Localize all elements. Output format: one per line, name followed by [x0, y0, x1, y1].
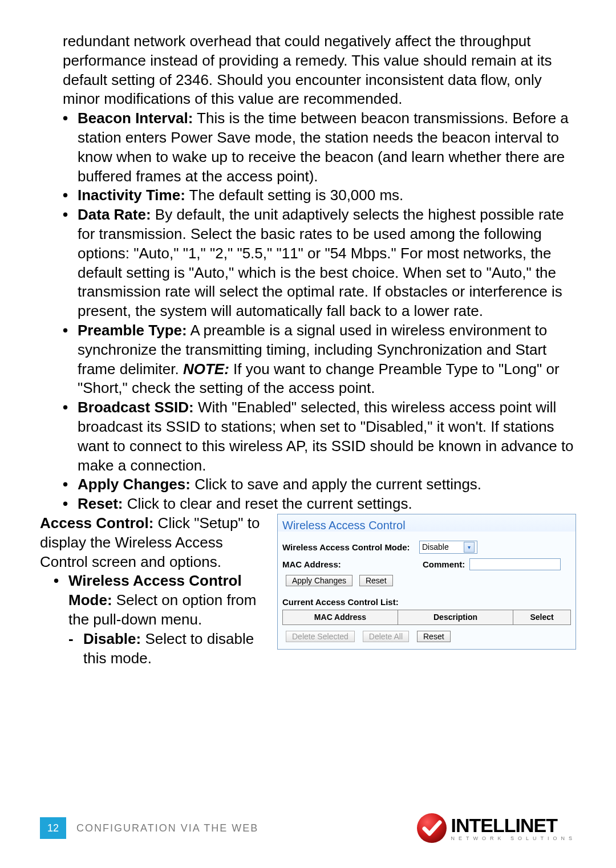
bullet-text: By default, the unit adaptively selects … — [78, 206, 564, 319]
access-control-label: Access Control: — [40, 514, 153, 532]
bullet-dot: • — [63, 321, 78, 398]
bullet-label: Broadcast SSID: — [78, 399, 194, 416]
bullet-preamble-type: • Preamble Type: A preamble is a signal … — [63, 321, 576, 398]
th-mac: MAC Address — [283, 610, 398, 624]
svg-point-0 — [417, 813, 447, 843]
comment-label: Comment: — [423, 559, 465, 570]
th-select: Select — [513, 610, 571, 624]
body-text: redundant network overhead that could ne… — [40, 32, 576, 668]
bullet-label: Data Rate: — [78, 206, 151, 223]
note-label: NOTE: — [183, 360, 229, 378]
mode-select-value: Disable — [422, 542, 449, 552]
th-desc: Description — [398, 610, 513, 624]
bullet-data-rate: • Data Rate: By default, the unit adapti… — [63, 205, 576, 321]
logo-name: INTELLINET — [451, 816, 576, 835]
bullet-beacon-interval: • Beacon Interval: This is the time betw… — [63, 109, 576, 186]
bullet-label: Inactivity Time: — [78, 186, 185, 204]
access-control-intro: Access Control: Click "Setup" to display… — [40, 514, 268, 571]
bullet-label: Beacon Interval: — [78, 109, 193, 127]
bullet-dot: • — [63, 398, 78, 475]
dash: - — [68, 630, 83, 668]
logo-tagline: NETWORK SOLUTIONS — [451, 836, 576, 841]
acl-table: MAC Address Description Select — [282, 610, 571, 624]
bullet-inactivity-time: • Inactivity Time: The default setting i… — [63, 186, 576, 205]
mode-select[interactable]: Disable ▾ — [419, 541, 477, 554]
page: redundant network overhead that could ne… — [0, 0, 616, 868]
bullet-label: Apply Changes: — [78, 476, 191, 493]
bullet-text: Click to clear and reset the current set… — [123, 495, 412, 512]
mode-label: Wireless Access Control Mode: — [282, 542, 419, 553]
delete-selected-button[interactable]: Delete Selected — [286, 631, 355, 642]
bullet-broadcast-ssid: • Broadcast SSID: With "Enabled" selecte… — [63, 398, 576, 475]
bullet-dot: • — [63, 205, 78, 321]
page-footer: 12 CONFIGURATION VIA THE WEB — [40, 811, 576, 845]
reset-list-button[interactable]: Reset — [417, 631, 451, 642]
apply-changes-button[interactable]: Apply Changes — [286, 575, 352, 586]
bullet-acl-mode: • Wireless Access Control Mode: Select o… — [54, 571, 268, 629]
chevron-down-icon[interactable]: ▾ — [464, 542, 475, 553]
footer-left: 12 CONFIGURATION VIA THE WEB — [40, 817, 258, 839]
logo-text: INTELLINET NETWORK SOLUTIONS — [451, 816, 576, 841]
delete-row: Delete Selected Delete All Reset — [286, 631, 571, 642]
footer-caption: CONFIGURATION VIA THE WEB — [76, 822, 258, 834]
bullet-dot: • — [63, 109, 78, 186]
mac-comment-row: MAC Address: Comment: — [282, 558, 571, 570]
page-number: 12 — [40, 817, 66, 839]
brand-logo: INTELLINET NETWORK SOLUTIONS — [416, 813, 576, 843]
wireless-access-control-panel: Wireless Access Control Wireless Access … — [277, 514, 576, 650]
access-control-section: Access Control: Click "Setup" to display… — [40, 514, 576, 668]
bullet-dot: • — [63, 494, 78, 514]
mac-label: MAC Address: — [282, 559, 345, 570]
bullet-apply-changes: • Apply Changes: Click to save and apply… — [63, 475, 576, 494]
para-continuation: redundant network overhead that could ne… — [63, 32, 576, 109]
dash-label: Disable: — [83, 630, 141, 647]
comment-input[interactable] — [469, 558, 561, 570]
panel-title: Wireless Access Control — [278, 514, 576, 541]
bullet-reset: • Reset: Click to clear and reset the cu… — [63, 494, 576, 514]
apply-reset-row: Apply Changes Reset — [286, 575, 571, 586]
mode-row: Wireless Access Control Mode: Disable ▾ — [282, 541, 571, 554]
bullet-dot: • — [63, 186, 78, 205]
bullet-dot: • — [54, 571, 68, 629]
acl-list-title: Current Access Control List: — [282, 597, 571, 608]
dash-disable: - Disable: Select to disable this mode. — [68, 630, 268, 668]
bullet-text: Click to save and apply the current sett… — [191, 476, 481, 493]
bullet-label: Reset: — [78, 495, 123, 512]
bullet-text: The default setting is 30,000 ms. — [185, 186, 404, 204]
delete-all-button[interactable]: Delete All — [363, 631, 409, 642]
reset-button[interactable]: Reset — [359, 575, 393, 586]
logo-mark-icon — [416, 813, 447, 843]
bullet-dot: • — [63, 475, 78, 494]
bullet-label: Preamble Type: — [78, 322, 187, 339]
acl-table-header-row: MAC Address Description Select — [283, 610, 571, 624]
